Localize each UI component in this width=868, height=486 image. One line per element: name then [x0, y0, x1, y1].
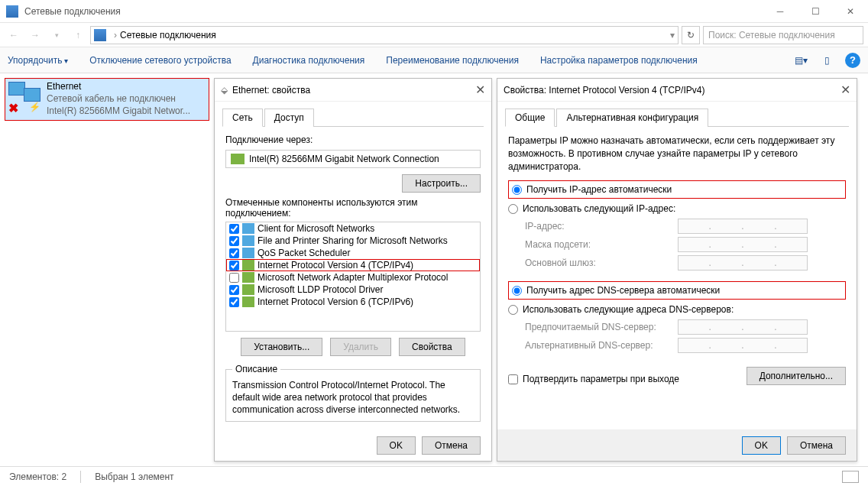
- component-checkbox[interactable]: [229, 224, 239, 234]
- view-menu[interactable]: ▤▾: [793, 53, 808, 68]
- uninstall-button[interactable]: Удалить: [330, 338, 391, 356]
- component-label: Microsoft Network Adapter Multiplexor Pr…: [257, 272, 448, 283]
- description-box: Описание Transmission Control Protocol/I…: [225, 364, 481, 422]
- ethernet-properties-dialog: ⬙ Ethernet: свойства ✕ Сеть Доступ Подкл…: [214, 78, 492, 462]
- help-button[interactable]: ?: [845, 53, 860, 68]
- component-label: Microsoft LLDP Protocol Driver: [257, 284, 384, 295]
- chevron-right-icon: ›: [114, 30, 117, 40]
- component-checkbox[interactable]: [229, 236, 239, 246]
- refresh-button[interactable]: ↻: [682, 26, 700, 44]
- close-icon[interactable]: ✕: [840, 83, 850, 97]
- component-row[interactable]: Internet Protocol Version 4 (TCP/IPv4): [226, 259, 480, 271]
- radio-ip-manual-input[interactable]: [508, 204, 518, 214]
- component-row[interactable]: File and Printer Sharing for Microsoft N…: [226, 235, 480, 247]
- disable-device-button[interactable]: Отключение сетевого устройства: [89, 55, 231, 66]
- ethernet-icon: ✖ ⚡: [7, 80, 44, 117]
- component-label: Internet Protocol Version 4 (TCP/IPv4): [257, 260, 413, 271]
- radio-ip-auto[interactable]: Получить IP-адрес автоматически: [512, 183, 842, 196]
- back-button[interactable]: ←: [5, 26, 23, 44]
- component-checkbox[interactable]: [229, 297, 239, 307]
- connection-device: Intel(R) 82566MM Gigabit Networ...: [47, 105, 207, 117]
- window-title: Сетевые подключения: [24, 6, 121, 17]
- radio-dns-manual-input[interactable]: [508, 305, 518, 315]
- component-row[interactable]: Client for Microsoft Networks: [226, 222, 480, 235]
- component-checkbox[interactable]: [229, 261, 239, 271]
- statusbar: Элементов: 2 Выбран 1 элемент: [0, 466, 868, 486]
- ethernet-icon: ⬙: [221, 85, 228, 96]
- confirm-exit-checkbox[interactable]: Подтвердить параметры при выходе: [508, 374, 679, 384]
- component-icon: [242, 296, 254, 307]
- nic-icon: [231, 154, 245, 164]
- ok-button[interactable]: OK: [377, 436, 416, 455]
- forward-button[interactable]: →: [26, 26, 44, 44]
- content-area: ✖ ⚡ Ethernet Сетевой кабель не подключен…: [0, 73, 868, 465]
- radio-dns-auto[interactable]: Получить адрес DNS-сервера автоматически: [512, 284, 842, 297]
- component-checkbox[interactable]: [229, 273, 239, 283]
- component-label: Internet Protocol Version 6 (TCP/IPv6): [257, 296, 413, 307]
- breadcrumb-text: Сетевые подключения: [120, 30, 216, 40]
- plug-icon: ⚡: [29, 102, 40, 112]
- maximize-button[interactable]: ☐: [798, 0, 833, 23]
- component-label: File and Printer Sharing for Microsoft N…: [257, 235, 448, 246]
- component-row[interactable]: Microsoft Network Adapter Multiplexor Pr…: [226, 271, 480, 284]
- recent-dropdown[interactable]: ▾: [47, 26, 66, 44]
- confirm-exit-input[interactable]: [508, 374, 518, 384]
- component-label: Client for Microsoft Networks: [257, 223, 374, 234]
- properties-button[interactable]: Свойства: [399, 338, 465, 356]
- search-placeholder: Поиск: Сетевые подключения: [708, 30, 835, 40]
- cancel-button[interactable]: Отмена: [422, 436, 481, 455]
- search-input[interactable]: Поиск: Сетевые подключения: [703, 26, 863, 44]
- rename-button[interactable]: Переименование подключения: [386, 55, 519, 66]
- item-count: Элементов: 2: [9, 471, 66, 482]
- tab-general[interactable]: Общие: [505, 109, 555, 127]
- connect-via-label: Подключение через:: [225, 134, 481, 145]
- adapter-name: Intel(R) 82566MM Gigabit Network Connect…: [249, 154, 439, 164]
- install-button[interactable]: Установить...: [241, 338, 322, 356]
- dialog-title: Ethernet: свойства: [232, 85, 310, 96]
- ok-button[interactable]: OK: [742, 436, 781, 455]
- radio-ip-auto-input[interactable]: [512, 185, 522, 195]
- configure-button[interactable]: Настроить...: [402, 174, 481, 193]
- gw-label: Основной шлюз:: [525, 258, 678, 268]
- close-icon[interactable]: ✕: [475, 83, 485, 97]
- mask-label: Маска подсети:: [525, 239, 678, 250]
- adapter-field[interactable]: Intel(R) 82566MM Gigabit Network Connect…: [225, 150, 481, 168]
- tab-alt-config[interactable]: Альтернативная конфигурация: [556, 109, 708, 127]
- component-row[interactable]: Internet Protocol Version 6 (TCP/IPv6): [226, 296, 480, 308]
- connection-item-ethernet[interactable]: ✖ ⚡ Ethernet Сетевой кабель не подключен…: [5, 78, 209, 121]
- mask-field: ...: [678, 237, 808, 252]
- minimize-button[interactable]: ─: [763, 0, 798, 23]
- component-checkbox[interactable]: [229, 248, 239, 258]
- description-title: Описание: [232, 364, 280, 374]
- settings-button[interactable]: Настройка параметров подключения: [540, 55, 698, 66]
- component-row[interactable]: QoS Packet Scheduler: [226, 247, 480, 259]
- chevron-down-icon[interactable]: ▾: [670, 30, 675, 40]
- dns1-field: ...: [678, 319, 808, 335]
- connection-name: Ethernet: [47, 80, 207, 92]
- organize-menu[interactable]: Упорядочить: [8, 55, 68, 66]
- component-row[interactable]: Microsoft LLDP Protocol Driver: [226, 284, 480, 296]
- components-list[interactable]: Client for Microsoft NetworksFile and Pr…: [225, 222, 481, 332]
- tab-access[interactable]: Доступ: [264, 109, 314, 127]
- connection-status: Сетевой кабель не подключен: [47, 92, 207, 105]
- component-icon: [242, 235, 254, 246]
- preview-pane-toggle[interactable]: ▯: [819, 53, 834, 68]
- component-checkbox[interactable]: [229, 285, 239, 295]
- breadcrumb[interactable]: › Сетевые подключения ▾: [90, 26, 679, 44]
- close-button[interactable]: ✕: [833, 0, 868, 23]
- radio-ip-manual[interactable]: Использовать следующий IP-адрес:: [508, 202, 846, 215]
- details-view-icon[interactable]: [842, 471, 859, 483]
- dns1-label: Предпочитаемый DNS-сервер:: [525, 322, 678, 332]
- tab-network[interactable]: Сеть: [222, 109, 263, 127]
- radio-dns-auto-input[interactable]: [512, 286, 522, 296]
- advanced-button[interactable]: Дополнительно...: [747, 367, 846, 385]
- component-icon: [242, 272, 254, 283]
- app-icon: [6, 5, 18, 18]
- command-bar: Упорядочить Отключение сетевого устройст…: [0, 47, 868, 73]
- dialog-title: Свойства: Internet Protocol Version 4 (T…: [504, 85, 704, 96]
- cancel-button[interactable]: Отмена: [787, 436, 846, 455]
- up-button[interactable]: ↑: [69, 26, 87, 44]
- diagnose-button[interactable]: Диагностика подключения: [253, 55, 365, 66]
- ip-label: IP-адрес:: [525, 221, 678, 232]
- radio-dns-manual[interactable]: Использовать следующие адреса DNS-сервер…: [508, 303, 846, 316]
